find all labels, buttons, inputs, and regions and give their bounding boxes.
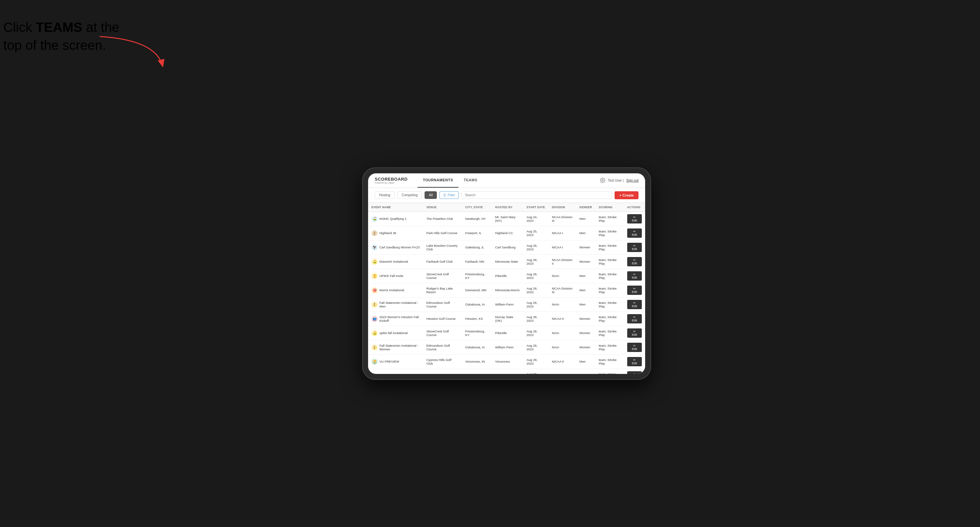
event-name-label: MSMC Qualifying 1 [379, 217, 407, 221]
gender-cell: Men [576, 283, 595, 297]
division-cell: NCAA Division III [549, 283, 576, 297]
edit-button[interactable]: ✏ Edit [627, 300, 642, 309]
venue-cell: The Powelton Club [423, 211, 462, 226]
scoring-cell: team, Stroke Play [595, 311, 624, 326]
competing-filter-button[interactable]: Competing [397, 191, 422, 199]
start-date-cell: Aug 25, 2023 [523, 226, 549, 240]
venue-cell: Faribault Golf Club [423, 254, 462, 269]
logo-title: SCOREBOARD [375, 177, 407, 182]
event-icon: ⛳ [371, 330, 377, 336]
create-button[interactable]: + Create [614, 191, 638, 199]
instruction-text: Click TEAMS at thetop of the screen. [3, 18, 119, 54]
table-row: ⛳ Klash at Kokopelli Kokopelli Golf Club… [368, 368, 645, 374]
col-venue: VENUE [423, 203, 462, 212]
edit-button[interactable]: ✏ Edit [627, 329, 642, 338]
header-right: Test User | Sign out [600, 178, 638, 183]
filter-label: Filter [447, 193, 455, 197]
edit-button[interactable]: ✏ Edit [627, 243, 642, 252]
hosted-by-cell: Murray State (OK) [492, 311, 523, 326]
table-row: 🦅 Carl Sandburg Women FA23 Lake Bracken … [368, 240, 645, 254]
filter-icon-button[interactable]: ☰ Filter [439, 191, 458, 199]
start-date-cell: Aug 28, 2023 [523, 283, 549, 297]
division-cell: NICAA I [549, 240, 576, 254]
table-header-row: EVENT NAME VENUE CITY, STATE HOSTED BY S… [368, 203, 645, 212]
edit-button[interactable]: ✏ Edit [627, 271, 642, 281]
edit-button[interactable]: ✏ Edit [627, 229, 642, 238]
division-cell: NAIA [549, 340, 576, 354]
edit-button[interactable]: ✏ Edit [627, 343, 642, 352]
gender-cell: Women [576, 326, 595, 340]
event-name-cell: 🏆 UPIKE Fall Invite [368, 269, 423, 283]
col-actions: ACTIONS [624, 203, 645, 212]
event-name-label: 2023 Women's Hesston Fall Kickoff [379, 315, 420, 322]
all-filter-button[interactable]: All [425, 191, 437, 199]
scoring-cell: team, Stroke Play [595, 226, 624, 240]
table-row: 🏆 VU PREVIEW Cypress Hills Golf Club Vin… [368, 354, 645, 368]
hosted-by-cell: Mt. Saint Mary (NY) [492, 211, 523, 226]
search-input[interactable] [461, 191, 612, 199]
edit-button[interactable]: ✏ Edit [627, 371, 642, 374]
venue-cell: Edmundson Golf Course [423, 297, 462, 311]
event-icon: 🏆 [371, 273, 377, 279]
event-icon: ⛳ [371, 216, 377, 222]
actions-cell: ✏ Edit [624, 226, 645, 240]
event-icon: ⛳ [371, 373, 377, 374]
col-scoring: SCORING [595, 203, 624, 212]
edit-button[interactable]: ✏ Edit [627, 214, 642, 224]
event-name-label: Maverick Invitational [379, 260, 408, 264]
hosted-by-cell: Minnesota-Morris [492, 283, 523, 297]
event-name-cell: ⛳ Klash at Kokopelli [368, 368, 423, 374]
venue-cell: Edmundson Golf Course [423, 340, 462, 354]
signout-link[interactable]: Sign out [626, 179, 638, 182]
table-row: ⛳ MSMC Qualifying 1 The Powelton Club Ne… [368, 211, 645, 226]
division-cell: NCAA Division II [549, 254, 576, 269]
gender-cell: Women [576, 254, 595, 269]
tournament-table: EVENT NAME VENUE CITY, STATE HOSTED BY S… [368, 203, 645, 374]
gender-cell: Men [576, 297, 595, 311]
start-date-cell: Aug 28, 2023 [523, 297, 549, 311]
division-cell: NICAA I [549, 226, 576, 240]
hosted-by-cell: Minnesota State [492, 254, 523, 269]
hosting-filter-button[interactable]: Hosting [375, 191, 395, 199]
venue-cell: Kokopelli Golf Club [423, 368, 462, 374]
col-hosted-by: HOSTED BY [492, 203, 523, 212]
gender-cell: Men [576, 354, 595, 368]
edit-button[interactable]: ✏ Edit [627, 257, 642, 266]
start-date-cell: Aug 28, 2023 [523, 326, 549, 340]
col-start-date: START DATE [523, 203, 549, 212]
event-icon: ⛳ [371, 259, 377, 265]
event-name-cell: 🏌 Fall Statesmen Invitational - Women [368, 340, 423, 354]
actions-cell: ✏ Edit [624, 269, 645, 283]
start-date-cell: Aug 28, 2023 [523, 269, 549, 283]
actions-cell: ✏ Edit [624, 354, 645, 368]
city-state-cell: Vincennes, IN [462, 354, 492, 368]
start-date-cell: Aug 28, 2023 [523, 340, 549, 354]
event-name-label: Fall Statesmen Invitational - Women [379, 344, 420, 351]
tournament-table-container: EVENT NAME VENUE CITY, STATE HOSTED BY S… [368, 203, 645, 374]
event-name-cell: 🏆 VU PREVIEW [368, 354, 423, 368]
edit-button[interactable]: ✏ Edit [627, 314, 642, 324]
actions-cell: ✏ Edit [624, 368, 645, 374]
table-row: 🏌 Highland 36 Park Hills Golf Course Fre… [368, 226, 645, 240]
table-row: ⛳ Maverick Invitational Faribault Golf C… [368, 254, 645, 269]
edit-button[interactable]: ✏ Edit [627, 357, 642, 366]
hosted-by-cell: John A Logan [492, 368, 523, 374]
nav-tournaments[interactable]: TOURNAMENTS [418, 173, 458, 187]
tablet-screen: SCOREBOARD Powered by Clippit TOURNAMENT… [368, 173, 645, 374]
event-icon: 👥 [371, 316, 377, 322]
scoring-cell: team, Stroke Play [595, 254, 624, 269]
table-row: ⛳ upike fall invitational StoneCrest Gol… [368, 326, 645, 340]
settings-icon[interactable] [600, 178, 605, 183]
nav-teams[interactable]: TEAMS [458, 173, 483, 187]
hosted-by-cell: Pikeville [492, 269, 523, 283]
table-row: 🏌 Fall Statesmen Invitational - Men Edmu… [368, 297, 645, 311]
gender-cell: Women [576, 340, 595, 354]
scoring-cell: team, Stroke Play [595, 340, 624, 354]
gender-cell: Men [576, 226, 595, 240]
actions-cell: ✏ Edit [624, 326, 645, 340]
division-cell: NICAA II [549, 354, 576, 368]
venue-cell: Lake Bracken Country Club [423, 240, 462, 254]
city-state-cell: Prestonsburg, KY [462, 269, 492, 283]
edit-button[interactable]: ✏ Edit [627, 286, 642, 295]
actions-cell: ✏ Edit [624, 311, 645, 326]
